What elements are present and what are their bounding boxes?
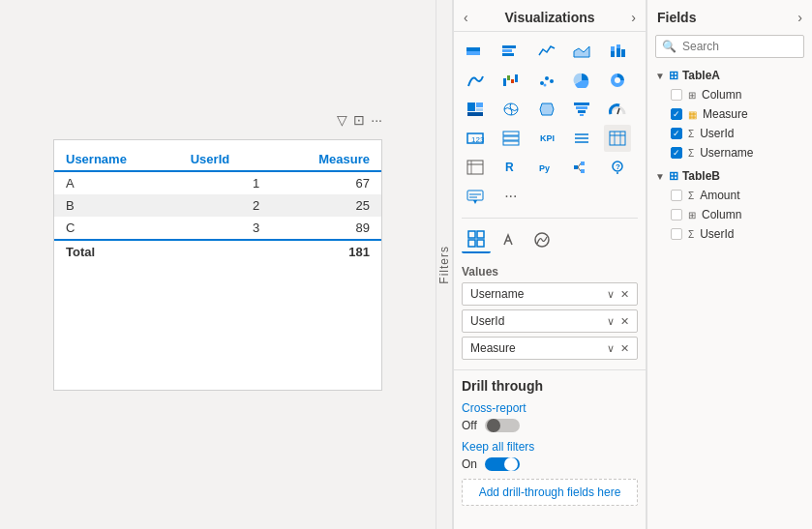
viz-treemap-icon[interactable] [462,96,489,123]
viz-waterfall-icon[interactable] [497,67,525,94]
tablea-label: TableA [682,69,720,82]
chevron-down-icon: ▼ [655,171,665,182]
svg-marker-5 [574,46,589,57]
search-box[interactable]: 🔍 [655,35,804,58]
cell-measure-c: 89 [271,217,381,240]
svg-rect-56 [467,191,483,200]
viz-stacked-column-icon[interactable] [604,38,631,65]
svg-line-51 [578,163,581,167]
more-icon[interactable]: ··· [371,112,382,128]
values-section: Values Username ∨ ✕ UserId ∨ ✕ Measure ∨… [454,259,646,369]
next-arrow[interactable]: › [631,10,636,25]
field-label: Column [702,208,741,221]
field-chip-label: Measure [470,341,516,355]
cell-userid-b: 2 [179,194,272,217]
build-tab[interactable] [462,226,491,253]
cross-report-toggle[interactable] [485,419,520,432]
col-header-measure: Measure [271,148,381,171]
svg-rect-10 [621,49,625,57]
footer-total: 181 [271,240,381,263]
viz-decomp-tree-icon[interactable] [568,154,595,181]
field-item-column-b[interactable]: ⊞ Column [651,205,808,224]
viz-slicer-icon[interactable] [568,125,595,152]
filters-tab[interactable]: Filters [436,0,453,529]
viz-matrix-icon[interactable] [462,154,489,181]
remove-icon[interactable]: ✕ [620,342,629,355]
svg-rect-21 [476,103,483,107]
remove-icon[interactable]: ✕ [620,315,629,328]
tablea-header[interactable]: ▼ ⊞ TableA [651,66,808,85]
viz-filled-map-icon[interactable] [533,96,560,123]
viz-more-icon[interactable]: ··· [497,183,525,210]
svg-rect-62 [468,240,475,247]
field-chip-userid[interactable]: UserId ∨ ✕ [462,309,638,333]
search-input[interactable] [682,40,797,53]
svg-rect-14 [515,74,518,82]
analytics-tab[interactable] [527,226,556,253]
viz-r-icon[interactable]: R [497,154,525,181]
field-item-userid-b[interactable]: Σ UserId [651,224,808,244]
viz-table-icon[interactable] [604,125,631,152]
filters-label: Filters [437,246,451,284]
cross-report-off-label: Off [462,419,477,432]
svg-point-19 [615,77,620,83]
viz-qa-icon[interactable]: ? [604,154,631,181]
viz-area-chart-icon[interactable] [568,38,595,65]
checkbox-username-a[interactable]: ✓ [671,147,682,159]
expand-icon[interactable]: ∨ [607,315,615,328]
field-item-username-a[interactable]: ✓ Σ Username [651,143,808,162]
viz-kpi-icon[interactable]: KPI [533,125,560,152]
expand-icon[interactable]: ∨ [607,342,615,355]
footer-label: Total [54,240,271,263]
col-header-userid: UserId [179,148,272,171]
checkbox-userid-a[interactable]: ✓ [671,128,682,139]
remove-icon[interactable]: ✕ [620,288,629,301]
expand-icon[interactable]: ∨ [607,288,615,301]
field-item-measure-a[interactable]: ✓ ▦ Measure [651,104,808,124]
svg-rect-9 [617,44,620,48]
svg-rect-2 [502,45,516,48]
viz-multi-row-card-icon[interactable] [497,125,525,152]
tableb-header[interactable]: ▼ ⊞ TableB [651,166,808,186]
viz-pie-icon[interactable] [568,67,595,94]
field-item-userid-a[interactable]: ✓ Σ UserId [651,124,808,143]
viz-gauge-icon[interactable] [604,96,631,123]
prev-arrow[interactable]: ‹ [464,10,468,25]
fields-collapse-icon[interactable]: › [797,10,802,25]
keep-filters-toggle[interactable] [485,457,520,471]
field-label: Measure [703,107,748,121]
svg-text:123: 123 [471,135,484,144]
viz-funnel-icon[interactable] [568,96,595,123]
viz-card-icon[interactable]: 123 [462,125,489,152]
field-item-amount-b[interactable]: Σ Amount [651,186,808,205]
svg-rect-26 [576,106,587,109]
field-chip-username[interactable]: Username ∨ ✕ [462,282,638,306]
checkbox-amount-b[interactable] [671,190,682,201]
viz-py-icon[interactable]: Py [533,154,560,181]
focus-icon[interactable]: ⊡ [353,112,365,128]
viz-smart-narrative-icon[interactable] [462,183,489,210]
checkbox-column-a[interactable] [671,89,682,101]
viz-donut-icon[interactable] [604,67,631,94]
viz-clustered-bar-icon[interactable] [497,38,525,65]
field-chip-measure[interactable]: Measure ∨ ✕ [462,337,638,360]
sigma-type-icon: Σ [688,229,694,240]
viz-map-icon[interactable] [497,96,525,123]
checkbox-userid-b[interactable] [671,228,682,240]
viz-ribbon-icon[interactable] [462,67,489,94]
viz-line-chart-icon[interactable] [533,38,560,65]
svg-marker-59 [473,200,477,204]
viz-scatter-icon[interactable] [533,67,560,94]
format-tab[interactable] [495,226,524,253]
add-drill-through-button[interactable]: Add drill-through fields here [462,479,638,506]
field-item-column-a[interactable]: ⊞ Column [651,85,808,104]
checkbox-column-b[interactable] [671,209,682,220]
svg-text:KPI: KPI [540,133,555,143]
table-type-icon: ⊞ [688,210,696,220]
svg-rect-34 [503,141,519,145]
checkbox-measure-a[interactable]: ✓ [671,108,682,120]
svg-rect-12 [507,75,510,80]
drill-through-section: Drill through Cross-report Off Keep all … [454,369,646,514]
viz-stacked-bar-icon[interactable] [462,38,489,65]
filter-icon[interactable]: ▽ [337,112,347,128]
